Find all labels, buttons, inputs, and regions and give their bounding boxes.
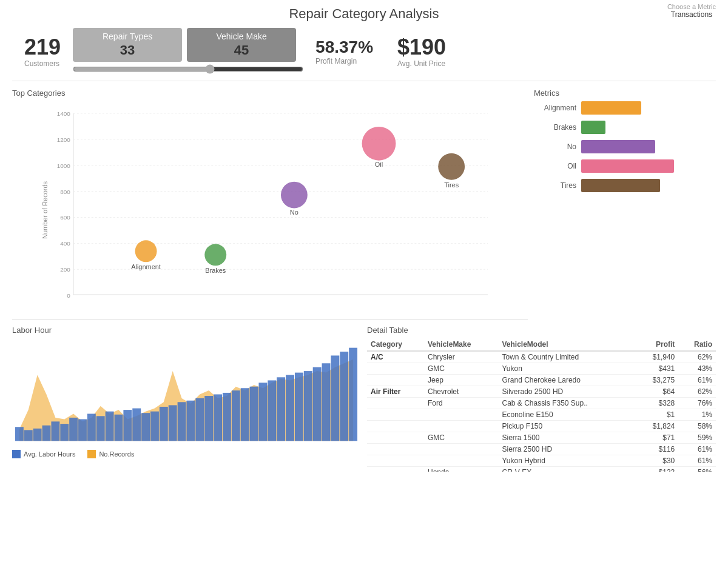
svg-text:1000: 1000 [57,162,71,169]
labor-bar [187,401,195,441]
labor-bar [169,405,177,441]
cell-profit: $71 [635,432,679,444]
table-row: GMC Yukon $431 43% [367,363,716,375]
legend-avg-labor-dot [12,450,21,458]
bar-label: Tires [534,181,576,190]
avg-unit-price-label: Avg. Unit Price [397,59,445,68]
bar-fill [581,179,660,192]
labor-bar [286,375,294,441]
labor-bar [277,377,285,441]
top-categories-title: Top Categories [12,89,528,98]
cell-category [367,409,424,421]
vehicle-make-tab[interactable]: Vehicle Make 45 [187,28,296,62]
labor-bar [214,394,222,441]
table-row: Honda CR-V EX $132 56% [367,467,716,472]
cell-make: Chevrolet [424,386,498,398]
bar-label: No [534,142,576,151]
legend-avg-labor: Avg. Labor Hours [12,450,75,458]
bar-fill [581,159,674,173]
table-row: Air Filter Chevrolet Silverado 2500 HD $… [367,386,716,398]
cell-category [367,432,424,444]
cell-profit: $116 [635,444,679,455]
bar-track [581,159,716,173]
labor-bar [141,413,150,441]
legend-no-records-label: No.Records [99,450,134,458]
table-row: Yukon Hybrid $30 61% [367,455,716,467]
svg-text:1200: 1200 [57,136,71,143]
slider-input[interactable] [73,64,303,74]
metrics-bars: Alignment Brakes No Oil Tires [534,101,716,192]
bubble-chart: Number of Records 0 200 400 [12,101,528,319]
labor-bar [15,427,24,441]
cell-category [367,444,424,455]
metric-chooser[interactable]: Choose a Metric Transactions [667,3,716,19]
svg-text:800: 800 [60,189,70,195]
detail-table: Category VehicleMake VehicleModel Profit… [367,338,716,472]
labor-bar [24,430,33,441]
bubble-tires[interactable] [438,153,465,180]
detail-table-title: Detail Table [367,326,716,335]
cell-model: Pickup F150 [498,421,635,432]
table-row: Ford Cab & Chassis F350 Sup.. $328 76% [367,398,716,409]
cell-ratio: 58% [678,421,716,432]
th-ratio: Ratio [678,338,716,351]
cell-model: CR-V EX [498,467,635,472]
labor-bar [150,412,159,441]
th-vehicle-model: VehicleModel [498,338,635,351]
legend-no-records-dot [87,450,96,458]
bar-row: Brakes [534,121,716,134]
cell-make: Jeep [424,375,498,386]
labor-bar [331,355,339,441]
repair-types-label: Repair Types [91,32,164,41]
labor-bar [106,412,114,441]
svg-text:600: 600 [60,214,70,221]
cell-make [424,444,498,455]
svg-text:Alignment: Alignment [131,263,161,270]
cell-ratio: 59% [678,432,716,444]
bubble-brakes[interactable] [204,244,226,266]
svg-text:0: 0 [67,292,70,299]
filter-tabs-row: Repair Types 33 Vehicle Make 45 [73,28,303,62]
bar-track [581,179,716,192]
cell-model: Town & Country Limited [498,351,635,363]
cell-ratio: 76% [678,398,716,409]
th-profit: Profit [635,338,679,351]
cell-ratio: 62% [678,386,716,398]
bar-row: Tires [534,179,716,192]
labor-bar [78,419,87,441]
cell-category: A/C [367,351,424,363]
bottom-area: Labor Hour Avg. Labor Hours No.Records D… [12,326,716,472]
bubble-chart-svg: Number of Records 0 200 400 [12,101,528,319]
bar-row: Alignment [534,101,716,115]
table-scroll[interactable]: Category VehicleMake VehicleModel Profit… [367,338,716,472]
bar-fill [581,140,655,153]
cell-make: GMC [424,432,498,444]
cell-model: Grand Cherokee Laredo [498,375,635,386]
bubble-alignment[interactable] [135,240,157,262]
svg-text:Brakes: Brakes [205,267,226,274]
cell-make [424,409,498,421]
table-row: GMC Sierra 1500 $71 59% [367,432,716,444]
labor-bar [33,429,42,441]
table-row: Sierra 2500 HD $116 61% [367,444,716,455]
kpi-avg-unit-price: $190 Avg. Unit Price [385,36,458,68]
bubble-oil[interactable] [362,127,396,161]
th-category: Category [367,338,424,351]
bubble-no[interactable] [281,182,308,209]
repair-types-tab[interactable]: Repair Types 33 [73,28,182,62]
cell-model: Econoline E150 [498,409,635,421]
bar-label: Alignment [534,104,576,112]
labor-section: Labor Hour Avg. Labor Hours No.Records [12,326,361,472]
left-panel: Top Categories Number of Records [12,89,528,319]
labor-bar [132,409,141,441]
labor-bar [241,388,249,441]
right-panel: Metrics Alignment Brakes No Oil Tires [534,89,716,319]
labor-bar [123,410,132,441]
cell-make: Chrysler [424,351,498,363]
cell-ratio: 61% [678,375,716,386]
filter-slider[interactable] [73,64,303,76]
labor-bar [349,348,357,441]
bar-label: Brakes [534,123,576,132]
labor-bar [60,424,69,441]
svg-text:400: 400 [60,240,70,247]
